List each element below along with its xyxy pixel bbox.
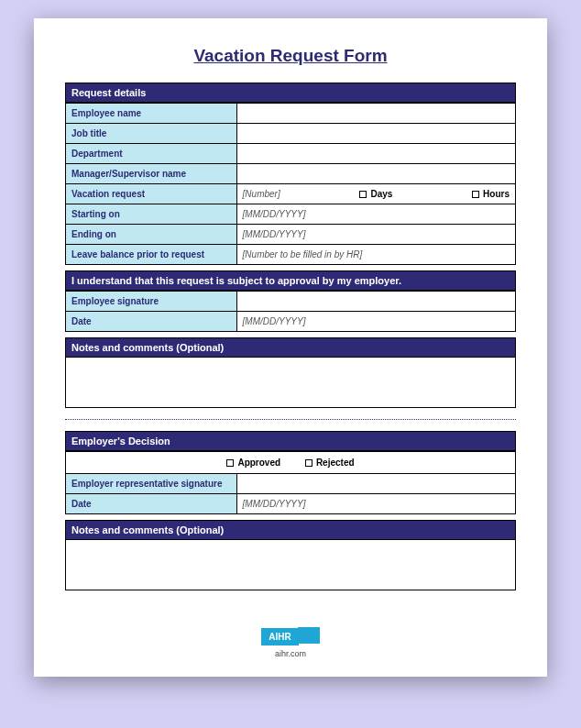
department-field[interactable] [236,144,515,164]
balance-field[interactable]: [Number to be filled in by HR] [236,245,515,265]
starting-field[interactable]: [MM/DD/YYYY] [236,204,515,225]
vacation-request-label: Vacation request [66,184,237,204]
days-checkbox[interactable] [359,191,367,198]
request-details-table: Employee name Job title Department Manag… [65,103,516,265]
number-placeholder: [Number] [243,189,280,199]
vacation-request-field[interactable]: [Number] Days Hours [236,184,515,204]
manager-field[interactable] [236,164,515,184]
ack-date-field[interactable]: [MM/DD/YYYY] [236,312,515,332]
notes1-field[interactable] [65,358,516,408]
notes1-header: Notes and comments (Optional) [65,337,516,358]
ending-label: Ending on [66,225,237,245]
table-row: Approved Rejected [66,452,516,474]
decision-options: Approved Rejected [66,452,516,474]
table-row: Employer representative signature [66,474,516,494]
rep-signature-field[interactable] [236,474,515,494]
rep-signature-label: Employer representative signature [66,474,237,494]
notes2-header: Notes and comments (Optional) [65,520,516,540]
hours-label: Hours [483,189,510,199]
hours-checkbox[interactable] [472,191,479,198]
job-title-field[interactable] [236,124,515,144]
decision-date-field[interactable]: [MM/DD/YYYY] [236,494,515,514]
page-title: Vacation Request Form [65,46,516,66]
notes2-field[interactable] [65,540,516,590]
rejected-checkbox[interactable] [305,459,312,467]
table-row: Department [66,144,516,164]
table-row: Date [MM/DD/YYYY] [66,312,516,332]
acknowledgement-table: Employee signature Date [MM/DD/YYYY] [65,291,516,332]
table-row: Date [MM/DD/YYYY] [66,494,516,514]
ending-field[interactable]: [MM/DD/YYYY] [236,225,515,245]
employee-signature-label: Employee signature [66,292,237,312]
logo-tag [298,627,320,644]
table-row: Employee name [66,104,516,124]
footer: AIHR aihr.com [65,627,516,658]
department-label: Department [66,144,237,164]
decision-table: Approved Rejected Employer representativ… [65,451,516,514]
approved-checkbox[interactable] [226,459,234,467]
employee-signature-field[interactable] [236,292,515,312]
ack-date-label: Date [66,312,237,332]
divider [65,419,516,420]
employee-name-label: Employee name [66,104,237,124]
days-label: Days [370,189,392,199]
decision-date-label: Date [66,494,237,514]
site-url: aihr.com [65,649,516,658]
decision-header: Employer's Decision [65,431,516,451]
table-row: Ending on [MM/DD/YYYY] [66,225,516,245]
table-row: Employee signature [66,292,516,312]
balance-label: Leave balance prior to request [66,245,237,265]
employee-name-field[interactable] [236,104,515,124]
manager-label: Manager/Supervisor name [66,164,237,184]
aihr-logo: AIHR [261,628,298,645]
table-row: Starting on [MM/DD/YYYY] [66,204,516,225]
table-row: Leave balance prior to request [Number t… [66,245,516,265]
starting-label: Starting on [66,204,237,225]
acknowledgement-header: I understand that this request is subjec… [65,270,516,291]
rejected-label: Rejected [316,458,355,468]
table-row: Vacation request [Number] Days Hours [66,184,516,204]
table-row: Job title [66,124,516,144]
request-details-header: Request details [65,83,516,103]
form-page: Vacation Request Form Request details Em… [34,18,547,677]
approved-label: Approved [237,458,280,468]
job-title-label: Job title [66,124,237,144]
table-row: Manager/Supervisor name [66,164,516,184]
